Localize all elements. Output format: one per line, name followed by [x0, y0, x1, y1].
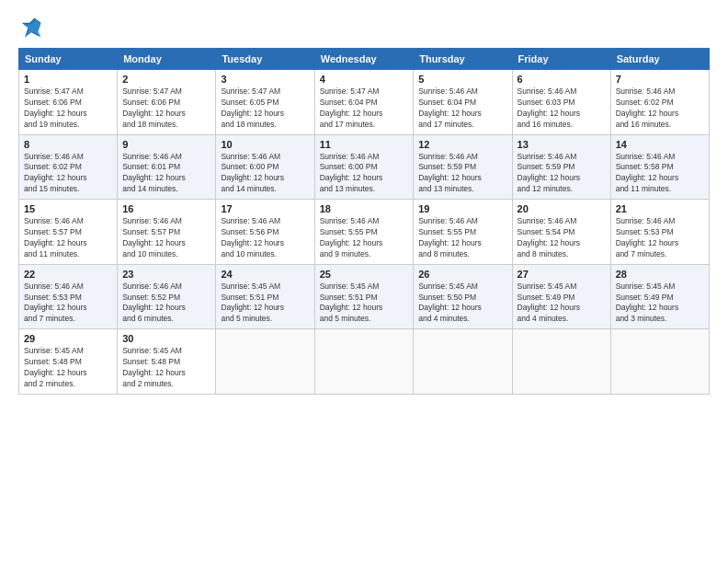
day-detail: Sunrise: 5:46 AM Sunset: 5:58 PM Dayligh…: [616, 152, 704, 196]
day-detail: Sunrise: 5:45 AM Sunset: 5:50 PM Dayligh…: [418, 282, 506, 326]
day-detail: Sunrise: 5:45 AM Sunset: 5:48 PM Dayligh…: [24, 346, 112, 390]
day-number: 8: [24, 139, 112, 150]
calendar-cell: 14Sunrise: 5:46 AM Sunset: 5:58 PM Dayli…: [610, 134, 709, 200]
day-number: 21: [616, 203, 704, 214]
day-number: 4: [320, 74, 409, 85]
day-detail: Sunrise: 5:45 AM Sunset: 5:48 PM Dayligh…: [122, 346, 210, 390]
day-number: 6: [518, 74, 606, 85]
calendar-cell: 24Sunrise: 5:45 AM Sunset: 5:51 PM Dayli…: [216, 264, 314, 329]
calendar-cell: 11Sunrise: 5:46 AM Sunset: 6:00 PM Dayli…: [314, 134, 414, 200]
calendar-cell: [314, 329, 414, 395]
day-number: 18: [320, 203, 409, 214]
calendar-cell: 17Sunrise: 5:46 AM Sunset: 5:56 PM Dayli…: [216, 200, 314, 265]
day-number: 29: [24, 333, 112, 344]
day-detail: Sunrise: 5:46 AM Sunset: 5:52 PM Dayligh…: [122, 282, 210, 326]
day-detail: Sunrise: 5:47 AM Sunset: 6:06 PM Dayligh…: [122, 86, 210, 131]
calendar-cell: 23Sunrise: 5:46 AM Sunset: 5:52 PM Dayli…: [118, 264, 216, 329]
calendar-cell: 20Sunrise: 5:46 AM Sunset: 5:54 PM Dayli…: [512, 200, 610, 265]
day-detail: Sunrise: 5:46 AM Sunset: 5:57 PM Dayligh…: [24, 216, 112, 260]
col-header-tuesday: Tuesday: [216, 49, 314, 70]
calendar-cell: 7Sunrise: 5:46 AM Sunset: 6:02 PM Daylig…: [610, 70, 709, 135]
day-number: 10: [221, 139, 309, 150]
day-number: 25: [320, 269, 409, 280]
day-detail: Sunrise: 5:46 AM Sunset: 6:02 PM Dayligh…: [24, 152, 112, 196]
calendar-cell: [414, 329, 512, 395]
col-header-wednesday: Wednesday: [314, 49, 414, 70]
calendar-cell: [512, 329, 610, 395]
calendar-week-4: 22Sunrise: 5:46 AM Sunset: 5:53 PM Dayli…: [19, 264, 710, 329]
day-number: 14: [616, 139, 704, 150]
calendar-cell: 5Sunrise: 5:46 AM Sunset: 6:04 PM Daylig…: [414, 70, 512, 135]
calendar-cell: 12Sunrise: 5:46 AM Sunset: 5:59 PM Dayli…: [414, 134, 512, 200]
page-container: SundayMondayTuesdayWednesdayThursdayFrid…: [0, 0, 728, 404]
day-detail: Sunrise: 5:46 AM Sunset: 6:01 PM Dayligh…: [122, 152, 210, 196]
day-number: 28: [616, 269, 704, 280]
day-number: 22: [24, 269, 112, 280]
calendar-cell: 19Sunrise: 5:46 AM Sunset: 5:55 PM Dayli…: [414, 200, 512, 265]
calendar-cell: 18Sunrise: 5:46 AM Sunset: 5:55 PM Dayli…: [314, 200, 414, 265]
day-detail: Sunrise: 5:46 AM Sunset: 6:00 PM Dayligh…: [221, 152, 309, 196]
calendar-cell: 10Sunrise: 5:46 AM Sunset: 6:00 PM Dayli…: [216, 134, 314, 200]
day-detail: Sunrise: 5:46 AM Sunset: 6:03 PM Dayligh…: [518, 86, 606, 131]
logo: [18, 15, 48, 40]
calendar-table: SundayMondayTuesdayWednesdayThursdayFrid…: [18, 48, 710, 395]
day-detail: Sunrise: 5:46 AM Sunset: 5:56 PM Dayligh…: [221, 216, 309, 260]
day-detail: Sunrise: 5:46 AM Sunset: 5:54 PM Dayligh…: [518, 216, 606, 260]
col-header-thursday: Thursday: [414, 49, 512, 70]
calendar-cell: [610, 329, 709, 395]
day-number: 7: [616, 74, 704, 85]
day-number: 26: [418, 269, 506, 280]
day-number: 19: [418, 203, 506, 214]
day-number: 1: [24, 74, 112, 85]
calendar-cell: 26Sunrise: 5:45 AM Sunset: 5:50 PM Dayli…: [414, 264, 512, 329]
day-detail: Sunrise: 5:46 AM Sunset: 5:59 PM Dayligh…: [418, 152, 506, 196]
day-number: 17: [221, 203, 309, 214]
day-number: 5: [418, 74, 506, 85]
calendar-header-row: SundayMondayTuesdayWednesdayThursdayFrid…: [19, 49, 710, 70]
calendar-cell: 21Sunrise: 5:46 AM Sunset: 5:53 PM Dayli…: [610, 200, 709, 265]
day-detail: Sunrise: 5:46 AM Sunset: 5:59 PM Dayligh…: [518, 152, 606, 196]
day-detail: Sunrise: 5:47 AM Sunset: 6:05 PM Dayligh…: [221, 86, 309, 131]
day-number: 2: [122, 74, 210, 85]
calendar-cell: [216, 329, 314, 395]
day-detail: Sunrise: 5:46 AM Sunset: 6:04 PM Dayligh…: [418, 86, 506, 131]
day-detail: Sunrise: 5:47 AM Sunset: 6:06 PM Dayligh…: [24, 86, 112, 131]
day-detail: Sunrise: 5:46 AM Sunset: 6:00 PM Dayligh…: [320, 152, 409, 196]
header: [18, 15, 710, 40]
day-number: 20: [518, 203, 606, 214]
day-detail: Sunrise: 5:45 AM Sunset: 5:49 PM Dayligh…: [518, 282, 606, 326]
calendar-cell: 2Sunrise: 5:47 AM Sunset: 6:06 PM Daylig…: [118, 70, 216, 135]
day-detail: Sunrise: 5:46 AM Sunset: 5:55 PM Dayligh…: [418, 216, 506, 260]
day-number: 9: [122, 139, 210, 150]
day-number: 24: [221, 269, 309, 280]
day-detail: Sunrise: 5:45 AM Sunset: 5:51 PM Dayligh…: [221, 282, 309, 326]
col-header-sunday: Sunday: [19, 49, 118, 70]
calendar-cell: 4Sunrise: 5:47 AM Sunset: 6:04 PM Daylig…: [314, 70, 414, 135]
day-number: 13: [518, 139, 606, 150]
calendar-cell: 9Sunrise: 5:46 AM Sunset: 6:01 PM Daylig…: [118, 134, 216, 200]
calendar-cell: 8Sunrise: 5:46 AM Sunset: 6:02 PM Daylig…: [19, 134, 118, 200]
col-header-friday: Friday: [512, 49, 610, 70]
day-number: 11: [320, 139, 409, 150]
day-detail: Sunrise: 5:46 AM Sunset: 5:53 PM Dayligh…: [616, 216, 704, 260]
day-number: 16: [122, 203, 210, 214]
day-detail: Sunrise: 5:45 AM Sunset: 5:49 PM Dayligh…: [616, 282, 704, 326]
col-header-saturday: Saturday: [610, 49, 709, 70]
calendar-cell: 3Sunrise: 5:47 AM Sunset: 6:05 PM Daylig…: [216, 70, 314, 135]
day-detail: Sunrise: 5:46 AM Sunset: 5:53 PM Dayligh…: [24, 282, 112, 326]
calendar-cell: 6Sunrise: 5:46 AM Sunset: 6:03 PM Daylig…: [512, 70, 610, 135]
calendar-week-5: 29Sunrise: 5:45 AM Sunset: 5:48 PM Dayli…: [19, 329, 710, 395]
col-header-monday: Monday: [118, 49, 216, 70]
calendar-cell: 25Sunrise: 5:45 AM Sunset: 5:51 PM Dayli…: [314, 264, 414, 329]
calendar-cell: 22Sunrise: 5:46 AM Sunset: 5:53 PM Dayli…: [19, 264, 118, 329]
day-number: 15: [24, 203, 112, 214]
calendar-week-3: 15Sunrise: 5:46 AM Sunset: 5:57 PM Dayli…: [19, 200, 710, 265]
day-number: 23: [122, 269, 210, 280]
calendar-cell: 30Sunrise: 5:45 AM Sunset: 5:48 PM Dayli…: [118, 329, 216, 395]
day-detail: Sunrise: 5:45 AM Sunset: 5:51 PM Dayligh…: [320, 282, 409, 326]
calendar-week-2: 8Sunrise: 5:46 AM Sunset: 6:02 PM Daylig…: [19, 134, 710, 200]
calendar-cell: 13Sunrise: 5:46 AM Sunset: 5:59 PM Dayli…: [512, 134, 610, 200]
day-number: 30: [122, 333, 210, 344]
calendar-cell: 16Sunrise: 5:46 AM Sunset: 5:57 PM Dayli…: [118, 200, 216, 265]
logo-icon: [18, 15, 44, 40]
